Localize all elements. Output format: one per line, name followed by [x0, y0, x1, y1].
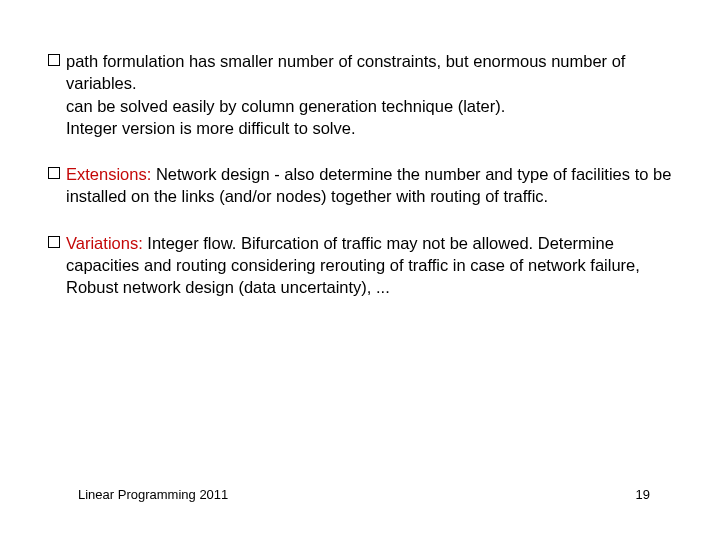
page-number: 19 [636, 486, 650, 504]
square-bullet-icon [48, 167, 60, 179]
bullet-sub-line: can be solved easily by column generatio… [66, 95, 672, 117]
bullet-first-line: Integer flow. Bifurcation of traffic may… [66, 234, 640, 297]
bullet-sub-line: Integer version is more difficult to sol… [66, 117, 672, 139]
bullet-lead: Variations: [66, 234, 143, 252]
footer: Linear Programming 2011 19 [0, 486, 720, 504]
bullet-first-line: Network design - also determine the numb… [66, 165, 671, 205]
bullet-item: Variations: Integer flow. Bifurcation of… [48, 232, 672, 299]
bullet-item: Extensions: Network design - also determ… [48, 163, 672, 208]
bullet-first-line: path formulation has smaller number of c… [66, 52, 625, 92]
footer-left: Linear Programming 2011 [78, 486, 228, 504]
square-bullet-icon [48, 236, 60, 248]
slide: path formulation has smaller number of c… [0, 0, 720, 540]
square-bullet-icon [48, 54, 60, 66]
bullet-item: path formulation has smaller number of c… [48, 50, 672, 139]
bullet-lead: Extensions: [66, 165, 151, 183]
